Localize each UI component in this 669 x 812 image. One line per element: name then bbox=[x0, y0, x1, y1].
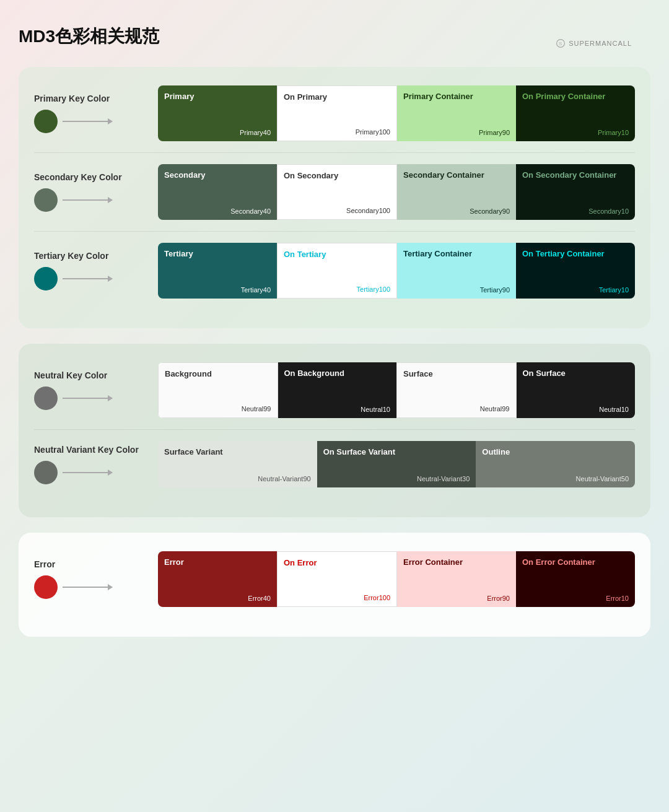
secondary-color-dot bbox=[34, 188, 58, 212]
primary-section-card: Primary Key Color Primary Primary40 On P… bbox=[19, 67, 650, 328]
neutral-variant-swatches: Surface Variant Neutral-Variant90 On Sur… bbox=[158, 441, 635, 487]
error-swatch-10: On Error Container Error10 bbox=[516, 551, 635, 607]
neutral-outline-swatch: Outline Neutral-Variant50 bbox=[476, 441, 635, 487]
primary-color-dot bbox=[34, 110, 58, 133]
error-key-color-label: Error bbox=[34, 559, 55, 569]
primary-swatch-100: On Primary Primary100 bbox=[277, 85, 397, 141]
error-key-color-row: Error Error Error40 On Error Error100 Er… bbox=[34, 551, 635, 607]
neutral-variant-arrow bbox=[63, 472, 112, 473]
tertiary-swatch-10: On Tertiary Container Tertiary10 bbox=[516, 243, 635, 299]
neutral-variant-color-dot bbox=[34, 461, 58, 484]
error-swatch-90: Error Container Error90 bbox=[397, 551, 516, 607]
tertiary-arrow bbox=[63, 278, 112, 279]
neutral-variant-swatch-90: Surface Variant Neutral-Variant90 bbox=[158, 441, 317, 487]
primary-swatches: Primary Primary40 On Primary Primary100 … bbox=[158, 85, 635, 141]
tertiary-key-color-row: Tertiary Key Color Tertiary Tertiary40 O… bbox=[34, 243, 635, 299]
secondary-arrow bbox=[63, 199, 112, 201]
divider-2 bbox=[34, 231, 635, 232]
primary-key-color-info: Primary Key Color bbox=[34, 94, 158, 133]
divider-3 bbox=[34, 429, 635, 430]
neutral-variant-key-color-row: Neutral Variant Key Color Surface Varian… bbox=[34, 441, 635, 487]
secondary-key-color-label: Secondary Key Color bbox=[34, 172, 122, 182]
secondary-swatch-100: On Secondary Secondary100 bbox=[277, 164, 397, 220]
tertiary-swatch-40: Tertiary Tertiary40 bbox=[158, 243, 277, 299]
neutral-swatch-bg: Background Neutral99 bbox=[158, 362, 278, 418]
secondary-key-color-info: Secondary Key Color bbox=[34, 172, 158, 212]
secondary-swatch-90: Secondary Container Secondary90 bbox=[397, 164, 516, 220]
primary-dot-row bbox=[34, 110, 112, 133]
primary-arrow bbox=[63, 121, 112, 122]
neutral-swatches: Background Neutral99 On Background Neutr… bbox=[158, 362, 635, 418]
tertiary-dot-row bbox=[34, 267, 112, 290]
error-section-card: Error Error Error40 On Error Error100 Er… bbox=[19, 533, 650, 637]
error-swatch-40: Error Error40 bbox=[158, 551, 277, 607]
neutral-variant-key-color-label: Neutral Variant Key Color bbox=[34, 445, 139, 455]
neutral-swatch-on-surface: On Surface Neutral10 bbox=[517, 362, 636, 418]
primary-swatch-10: On Primary Container Primary10 bbox=[516, 85, 635, 141]
primary-swatch-90: Primary Container Primary90 bbox=[397, 85, 516, 141]
neutral-key-color-label: Neutral Key Color bbox=[34, 370, 107, 380]
secondary-key-color-row: Secondary Key Color Secondary Secondary4… bbox=[34, 164, 635, 220]
error-arrow bbox=[63, 587, 112, 588]
primary-key-color-label: Primary Key Color bbox=[34, 94, 110, 103]
error-dot-row bbox=[34, 575, 112, 599]
tertiary-swatches: Tertiary Tertiary40 On Tertiary Tertiary… bbox=[158, 243, 635, 299]
secondary-dot-row bbox=[34, 188, 112, 212]
neutral-key-color-row: Neutral Key Color Background Neutral99 O… bbox=[34, 362, 635, 418]
brand-logo: S SUPERMANCALL bbox=[556, 38, 632, 48]
tertiary-color-dot bbox=[34, 267, 58, 290]
neutral-variant-key-color-info: Neutral Variant Key Color bbox=[34, 445, 158, 484]
neutral-variant-swatch-30: On Surface Variant Neutral-Variant30 bbox=[317, 441, 476, 487]
neutral-swatch-surface: Surface Neutral99 bbox=[396, 362, 517, 418]
neutral-swatch-on-bg: On Background Neutral10 bbox=[278, 362, 397, 418]
error-key-color-info: Error bbox=[34, 559, 158, 599]
tertiary-swatch-100: On Tertiary Tertiary100 bbox=[277, 243, 397, 299]
secondary-swatch-40: Secondary Secondary40 bbox=[158, 164, 277, 220]
primary-key-color-row: Primary Key Color Primary Primary40 On P… bbox=[34, 85, 635, 141]
neutral-variant-dot-row bbox=[34, 461, 112, 484]
neutral-section-card: Neutral Key Color Background Neutral99 O… bbox=[19, 344, 650, 517]
neutral-arrow bbox=[63, 398, 112, 399]
neutral-key-color-info: Neutral Key Color bbox=[34, 370, 158, 410]
secondary-swatches: Secondary Secondary40 On Secondary Secon… bbox=[158, 164, 635, 220]
svg-text:S: S bbox=[559, 41, 562, 46]
neutral-color-dot bbox=[34, 386, 58, 410]
tertiary-swatch-90: Tertiary Container Tertiary90 bbox=[397, 243, 516, 299]
error-swatches: Error Error40 On Error Error100 Error Co… bbox=[158, 551, 635, 607]
tertiary-key-color-info: Tertiary Key Color bbox=[34, 251, 158, 290]
primary-swatch-40: Primary Primary40 bbox=[158, 85, 277, 141]
tertiary-key-color-label: Tertiary Key Color bbox=[34, 251, 108, 261]
error-swatch-100: On Error Error100 bbox=[277, 551, 397, 607]
divider-1 bbox=[34, 152, 635, 153]
neutral-dot-row bbox=[34, 386, 112, 410]
secondary-swatch-10: On Secondary Container Secondary10 bbox=[516, 164, 635, 220]
error-color-dot bbox=[34, 575, 58, 599]
